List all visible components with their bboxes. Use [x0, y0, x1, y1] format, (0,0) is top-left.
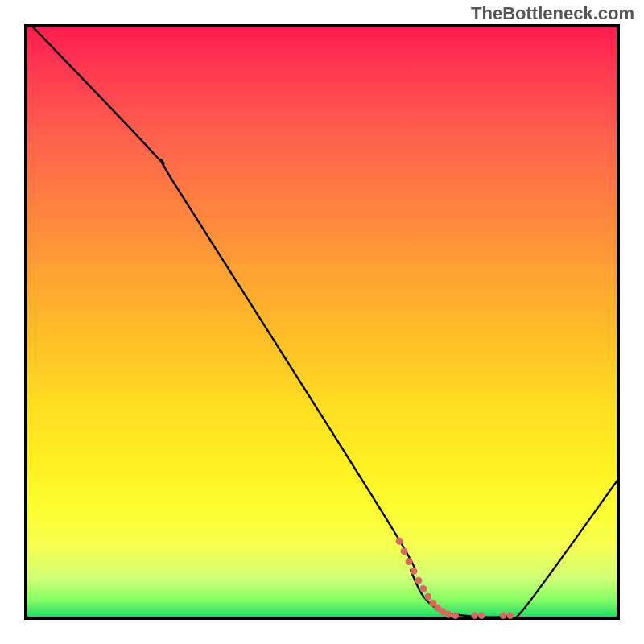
chart-frame: TheBottleneck.com [0, 0, 644, 644]
highlight-dot [507, 613, 514, 619]
highlight-dot [410, 568, 417, 575]
plot-area [24, 24, 620, 620]
highlight-dot [406, 558, 413, 565]
chart-svg [24, 24, 620, 620]
watermark-text: TheBottleneck.com [471, 3, 634, 24]
highlight-dot [401, 547, 408, 555]
highlight-dot [471, 613, 477, 619]
highlight-dot [478, 613, 485, 619]
highlight-dot [444, 611, 452, 618]
highlight-dot [452, 613, 459, 619]
highlight-dot [424, 593, 431, 601]
highlight-dot [500, 613, 506, 619]
highlight-dot [415, 577, 422, 584]
bottleneck-curve [30, 24, 620, 620]
highlight-dot [396, 538, 403, 545]
highlight-dot [419, 585, 427, 592]
